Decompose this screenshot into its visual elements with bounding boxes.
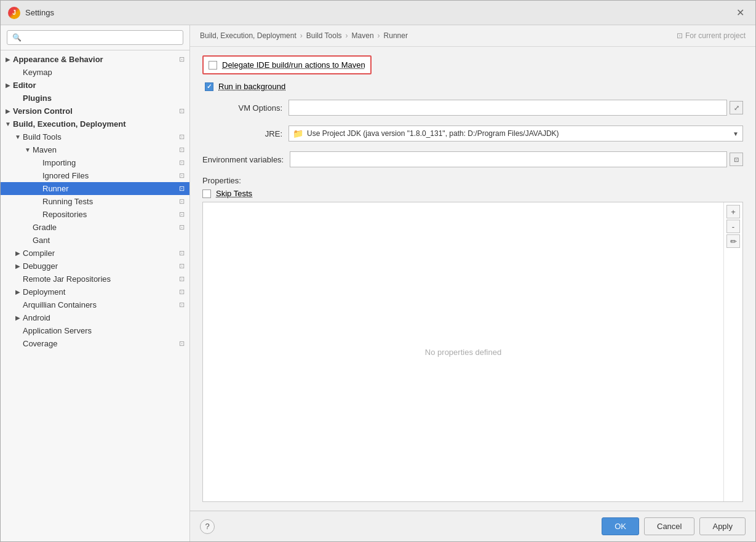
sidebar-item-debugger[interactable]: ▶ Debugger ⊡: [1, 260, 189, 273]
copy-icon: ⊡: [179, 107, 185, 115]
sidebar-item-label: Importing: [42, 158, 177, 167]
skip-tests-label-text: Skip Tests: [216, 189, 252, 198]
copy-icon: ⊡: [179, 210, 185, 218]
sidebar-item-gant[interactable]: Gant: [1, 234, 189, 247]
arrow-icon: ▶: [13, 314, 23, 321]
sidebar-item-label: Repositories: [42, 210, 177, 219]
copy-icon: ⊡: [179, 133, 185, 141]
sidebar-item-label: Application Servers: [23, 326, 185, 335]
sidebar-item-maven[interactable]: ▼ Maven ⊡: [1, 143, 189, 156]
sidebar-item-label: Keymap: [23, 68, 185, 77]
copy-icon: ⊡: [179, 146, 185, 154]
sidebar-item-label: Runner: [42, 184, 177, 193]
properties-section: Properties: Skip Tests No properties def…: [202, 176, 743, 502]
arrow-icon: ▶: [13, 250, 23, 257]
copy-icon: ⊡: [179, 185, 185, 193]
edit-property-button[interactable]: ✏: [726, 234, 740, 248]
background-label: Run in background: [218, 82, 285, 91]
skip-tests-checkbox[interactable]: [202, 189, 211, 198]
main-content: Build, Execution, Deployment › Build Too…: [190, 25, 755, 541]
vm-options-row: VM Options: ⤢: [202, 100, 743, 116]
breadcrumb: Build, Execution, Deployment › Build Too…: [190, 25, 755, 47]
vm-options-input[interactable]: [288, 100, 727, 116]
ok-button[interactable]: OK: [602, 517, 639, 535]
sidebar-item-keymap[interactable]: Keymap: [1, 66, 189, 79]
env-variables-input[interactable]: [290, 151, 727, 167]
dialog-footer: ? OK Cancel Apply: [190, 511, 755, 541]
sidebar-item-label: Build Tools: [23, 132, 177, 141]
sidebar-item-appearance[interactable]: ▶ Appearance & Behavior ⊡: [1, 53, 189, 66]
sidebar-item-label: Running Tests: [42, 197, 177, 206]
sidebar: ▶ Appearance & Behavior ⊡ Keymap ▶ Edito…: [1, 25, 190, 541]
close-button[interactable]: ✕: [733, 6, 748, 20]
for-project[interactable]: ⊡ For current project: [677, 31, 746, 40]
sidebar-item-label: Debugger: [23, 261, 177, 271]
add-property-button[interactable]: +: [726, 205, 740, 218]
properties-table-wrapper: No properties defined + - ✏: [202, 202, 743, 502]
jre-select[interactable]: 📁 Use Project JDK (java version "1.8.0_1…: [288, 126, 743, 141]
settings-dialog: J Settings ✕ ▶ Appearance & Behavior ⊡ K…: [0, 0, 756, 542]
title-bar-left: J Settings: [8, 7, 54, 19]
vm-options-expand-button[interactable]: ⤢: [730, 101, 743, 114]
sidebar-item-compiler[interactable]: ▶ Compiler ⊡: [1, 247, 189, 260]
sidebar-item-label: Deployment: [23, 287, 177, 297]
sidebar-item-plugins[interactable]: Plugins: [1, 92, 189, 105]
help-button[interactable]: ?: [200, 519, 215, 534]
copy-icon: ⊡: [179, 275, 185, 283]
background-label-text: Run in background: [218, 82, 285, 91]
background-checkbox[interactable]: [205, 82, 213, 91]
content-area: Delegate IDE build/run actions to Maven …: [190, 47, 755, 511]
sidebar-item-repositories[interactable]: Repositories ⊡: [1, 208, 189, 221]
sidebar-item-label: Coverage: [23, 339, 177, 348]
arrow-icon: ▶: [13, 263, 23, 269]
folder-icon: 📁: [293, 129, 303, 138]
sidebar-item-running-tests[interactable]: Running Tests ⊡: [1, 195, 189, 208]
sidebar-item-android[interactable]: ▶ Android: [1, 311, 189, 324]
copy-icon: ⊡: [179, 55, 185, 63]
sidebar-item-app-servers[interactable]: Application Servers: [1, 324, 189, 337]
sidebar-item-label: Build, Execution, Deployment: [13, 119, 185, 129]
jre-value: Use Project JDK (java version "1.8.0_131…: [307, 129, 733, 138]
sidebar-item-ignored-files[interactable]: Ignored Files ⊡: [1, 169, 189, 182]
env-copy-button[interactable]: ⊡: [730, 153, 743, 166]
footer-right: OK Cancel Apply: [602, 517, 746, 535]
sidebar-item-gradle[interactable]: Gradle ⊡: [1, 221, 189, 234]
sidebar-item-label: Compiler: [23, 249, 177, 258]
sidebar-item-remote-jar[interactable]: Remote Jar Repositories ⊡: [1, 273, 189, 285]
arrow-icon: ▶: [3, 108, 13, 114]
properties-table: No properties defined: [203, 202, 723, 501]
table-actions: + - ✏: [723, 202, 742, 501]
copy-icon: ⊡: [179, 249, 185, 257]
search-input[interactable]: [7, 30, 183, 45]
sidebar-item-deployment[interactable]: ▶ Deployment ⊡: [1, 285, 189, 298]
jre-wrapper: 📁 Use Project JDK (java version "1.8.0_1…: [288, 126, 743, 141]
arrow-icon: ▼: [3, 121, 13, 127]
sidebar-item-arquillian[interactable]: Arquillian Containers ⊡: [1, 298, 189, 311]
arrow-icon: ▶: [3, 82, 13, 89]
sidebar-item-version-control[interactable]: ▶ Version Control ⊡: [1, 105, 189, 118]
env-variables-wrapper: ⊡: [290, 151, 743, 167]
breadcrumb-sep-2: ›: [346, 31, 348, 40]
copy-icon: ⊡: [179, 340, 185, 348]
footer-left: ?: [200, 519, 215, 534]
sidebar-item-editor[interactable]: ▶ Editor: [1, 79, 189, 92]
project-icon: ⊡: [677, 31, 683, 40]
sidebar-item-coverage[interactable]: Coverage ⊡: [1, 337, 189, 350]
cancel-button[interactable]: Cancel: [644, 517, 694, 535]
remove-property-button[interactable]: -: [726, 220, 740, 233]
copy-icon: ⊡: [179, 288, 185, 296]
jre-label: JRE:: [202, 129, 282, 138]
apply-button[interactable]: Apply: [699, 517, 746, 535]
arrow-icon: ▶: [3, 56, 13, 63]
sidebar-tree: ▶ Appearance & Behavior ⊡ Keymap ▶ Edito…: [1, 50, 189, 541]
background-checkbox-row: Run in background: [205, 82, 743, 91]
sidebar-item-label: Remote Jar Repositories: [23, 274, 177, 284]
title-bar: J Settings ✕: [1, 1, 755, 25]
copy-icon: ⊡: [179, 172, 185, 180]
sidebar-item-runner[interactable]: Runner ⊡: [1, 182, 189, 195]
sidebar-item-build-tools[interactable]: ▼ Build Tools ⊡: [1, 130, 189, 143]
sidebar-item-importing[interactable]: Importing ⊡: [1, 156, 189, 169]
delegate-label[interactable]: Delegate IDE build/run actions to Maven: [222, 60, 365, 70]
delegate-checkbox[interactable]: [209, 61, 217, 70]
sidebar-item-build-execution[interactable]: ▼ Build, Execution, Deployment: [1, 118, 189, 130]
